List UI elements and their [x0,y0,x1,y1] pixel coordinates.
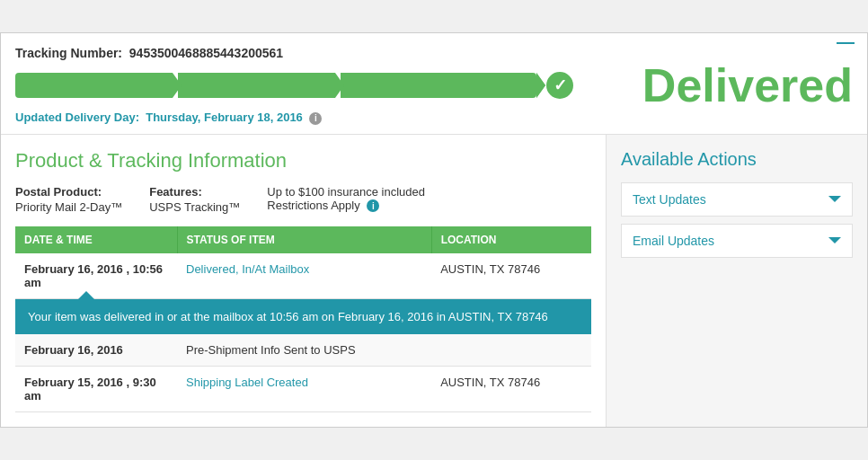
table-header-row: DATE & TIME STATUS OF ITEM LOCATION [15,226,591,253]
postal-product-col: Postal Product: Priority Mail 2-Day™ [15,185,122,214]
row2-date: February 16, 2016 [15,334,177,367]
detail-row: Your item was delivered in or at the mai… [15,298,591,334]
features-col: Features: USPS Tracking™ [149,185,240,214]
table-row: February 16, 2016 Pre-Shipment Info Sent… [15,334,591,367]
progress-segment-1 [15,73,173,98]
insurance-text: Up to $100 insurance included [267,185,425,199]
row1-status: Delivered, In/At Mailbox [177,253,431,299]
postal-product-label: Postal Product: [15,185,122,199]
restrictions-text: Restrictions Apply i [267,199,425,213]
insurance-col: Up to $100 insurance included Restrictio… [267,185,425,213]
left-panel: Product & Tracking Information Postal Pr… [1,135,607,427]
progress-segment-2 [178,73,335,98]
row1-location: AUSTIN, TX 78746 [431,253,591,299]
tracking-number-line: Tracking Number: 9453500468885443200561 [15,46,616,60]
col-datetime: DATE & TIME [15,226,177,253]
tracking-container: Tracking Number: 9453500468885443200561 … [0,32,868,428]
available-actions-title: Available Actions [621,149,853,170]
col-location: LOCATION [431,226,591,253]
row1-status-link[interactable]: Delivered, In/At Mailbox [186,262,309,276]
detail-text: Your item was delivered in or at the mai… [15,299,591,334]
postal-product-value: Priority Mail 2-Day™ [15,200,122,214]
features-label: Features: [149,185,240,199]
delivery-day-info-icon[interactable]: i [309,112,322,125]
arrow-up-icon [78,291,94,299]
text-updates-label: Text Updates [633,192,706,207]
row3-status: Shipping Label Created [177,366,431,411]
email-updates-label: Email Updates [633,234,714,248]
tracking-left: Tracking Number: 9453500468885443200561 … [15,46,616,125]
row1-date: February 16, 2016 , 10:56 am [15,253,177,299]
progress-bar [15,73,536,98]
delivery-day-label: Updated Delivery Day: [15,111,139,124]
delivered-check-icon [544,69,576,102]
right-panel: Available Actions Text Updates Email Upd… [607,135,867,427]
tracking-number: 9453500468885443200561 [129,46,283,60]
delivery-day-line: Updated Delivery Day: Thursday, February… [15,111,616,125]
email-updates-action[interactable]: Email Updates [621,224,853,258]
features-value: USPS Tracking™ [149,200,240,214]
section-title: Product & Tracking Information [15,149,591,172]
row3-date: February 15, 2016 , 9:30 am [15,366,177,411]
minimize-button[interactable] [837,42,855,44]
delivery-day-value: Thursday, February 18, 2016 [146,111,303,124]
delivered-label: Delivered [642,58,853,112]
tracking-label: Tracking Number: [15,46,122,60]
row2-status: Pre-Shipment Info Sent to USPS [177,334,431,367]
row3-location: AUSTIN, TX 78746 [431,366,591,411]
restrictions-info-icon[interactable]: i [367,199,379,212]
progress-bar-container [15,69,616,102]
col-status: STATUS OF ITEM [177,226,431,253]
tracking-table: DATE & TIME STATUS OF ITEM LOCATION Febr… [15,226,591,412]
table-row: February 15, 2016 , 9:30 am Shipping Lab… [15,366,591,411]
top-section: Tracking Number: 9453500468885443200561 … [1,33,867,135]
text-updates-chevron-icon [828,196,841,202]
row3-status-link[interactable]: Shipping Label Created [186,376,308,389]
row2-location [431,334,591,367]
product-info: Postal Product: Priority Mail 2-Day™ Fea… [15,185,591,214]
progress-segment-3 [341,73,536,98]
detail-wrapper: Your item was delivered in or at the mai… [15,299,591,334]
text-updates-action[interactable]: Text Updates [621,182,853,217]
table-row: February 16, 2016 , 10:56 am Delivered, … [15,253,591,299]
main-content: Product & Tracking Information Postal Pr… [1,135,867,427]
email-updates-chevron-icon [828,237,841,243]
